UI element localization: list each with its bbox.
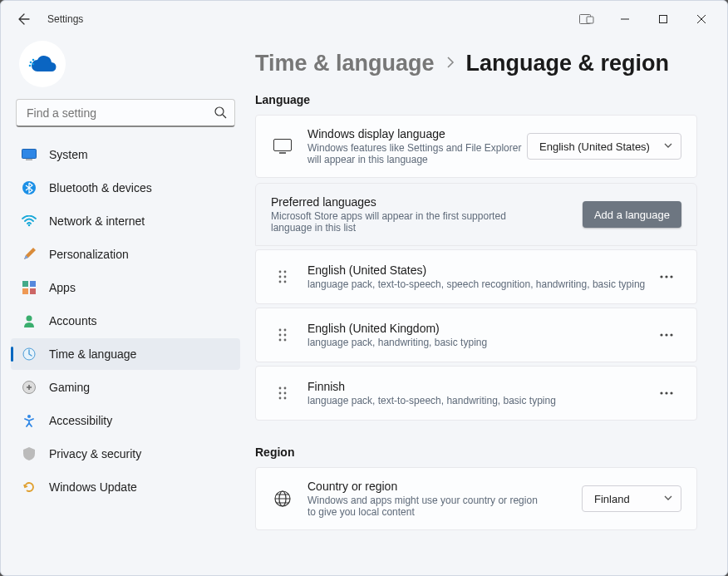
preferred-language-list: English (United States) language pack, t… — [255, 249, 697, 421]
nav-time-language[interactable]: Time & language — [11, 338, 240, 370]
svg-point-39 — [279, 387, 282, 390]
breadcrumb-parent[interactable]: Time & language — [255, 51, 435, 76]
nav-windows-update[interactable]: Windows Update — [11, 471, 240, 503]
wifi-icon — [21, 213, 37, 229]
accessibility-icon — [21, 412, 37, 429]
nav-bluetooth[interactable]: Bluetooth & devices — [11, 172, 240, 204]
minimize-button[interactable] — [606, 6, 644, 32]
chevron-right-icon — [446, 55, 455, 72]
nav-label: Gaming — [49, 381, 90, 394]
language-name: English (United Kingdom) — [307, 322, 652, 335]
breadcrumb-current: Language & region — [466, 51, 670, 76]
more-icon — [660, 275, 673, 278]
apps-icon — [21, 279, 37, 296]
clock-globe-icon — [21, 346, 37, 362]
nav-label: Time & language — [49, 347, 136, 361]
titlebar: Settings — [1, 1, 727, 37]
svg-point-3 — [32, 59, 35, 62]
svg-point-33 — [284, 334, 287, 337]
svg-point-35 — [284, 339, 287, 342]
display-language-card: Windows display language Windows feature… — [255, 115, 697, 178]
drag-handle-icon[interactable] — [271, 327, 294, 342]
nav-accounts[interactable]: Accounts — [11, 305, 240, 337]
svg-point-5 — [32, 63, 35, 66]
globe-icon — [271, 490, 294, 507]
svg-point-26 — [284, 281, 287, 283]
arrow-left-icon — [17, 12, 31, 26]
maximize-button[interactable] — [644, 6, 682, 32]
svg-point-42 — [284, 392, 287, 395]
svg-point-24 — [284, 276, 287, 278]
svg-point-27 — [660, 275, 662, 278]
add-language-button[interactable]: Add a language — [583, 201, 681, 228]
avatar — [19, 41, 66, 87]
back-button[interactable] — [7, 2, 41, 36]
svg-point-25 — [279, 281, 282, 283]
breadcrumb: Time & language Language & region — [255, 51, 697, 76]
nav-label: Apps — [49, 281, 76, 294]
drag-handle-icon[interactable] — [271, 269, 294, 284]
nav-apps[interactable]: Apps — [11, 272, 240, 303]
language-item[interactable]: English (United Kingdom) language pack, … — [255, 308, 697, 362]
gaming-icon — [21, 379, 37, 396]
svg-rect-14 — [22, 288, 28, 294]
nav-label: Bluetooth & devices — [49, 181, 152, 194]
svg-rect-20 — [274, 140, 292, 151]
section-region-label: Region — [255, 446, 697, 459]
svg-point-11 — [28, 224, 31, 227]
language-more-button[interactable] — [652, 320, 681, 350]
display-language-dropdown[interactable]: English (United States) — [527, 133, 681, 160]
svg-point-23 — [279, 276, 282, 278]
nav-label: Accounts — [49, 314, 97, 327]
language-item[interactable]: Finnish language pack, text-to-speech, h… — [255, 366, 697, 421]
nav-network[interactable]: Network & internet — [11, 205, 240, 237]
nav-label: Network & internet — [49, 214, 145, 228]
region-dropdown[interactable]: Finland — [582, 485, 681, 512]
svg-point-4 — [30, 62, 32, 64]
language-meta: language pack, text-to-speech, speech re… — [307, 278, 652, 290]
nav-privacy[interactable]: Privacy & security — [11, 438, 240, 470]
svg-rect-15 — [30, 288, 36, 294]
nav-gaming[interactable]: Gaming — [11, 372, 240, 403]
update-icon — [21, 479, 37, 495]
app-title: Settings — [47, 13, 83, 25]
preferred-sub: Microsoft Store apps will appear in the … — [271, 210, 529, 234]
more-icon — [660, 333, 673, 337]
search-input[interactable] — [16, 99, 235, 127]
section-language-label: Language — [255, 93, 697, 106]
language-item[interactable]: English (United States) language pack, t… — [255, 249, 697, 304]
svg-point-29 — [670, 275, 672, 278]
svg-point-37 — [665, 333, 667, 336]
svg-point-44 — [284, 397, 287, 400]
more-icon — [660, 391, 673, 395]
svg-point-47 — [670, 391, 672, 394]
svg-point-36 — [660, 333, 662, 336]
nav-personalization[interactable]: Personalization — [11, 239, 240, 270]
language-more-button[interactable] — [652, 378, 681, 408]
svg-point-21 — [279, 271, 282, 273]
bluetooth-icon — [21, 180, 37, 196]
close-button[interactable] — [682, 6, 721, 32]
svg-rect-2 — [660, 16, 667, 23]
close-icon — [697, 15, 706, 23]
search-container — [16, 99, 235, 127]
chevron-down-icon — [664, 492, 672, 505]
svg-point-41 — [279, 392, 282, 395]
system-icon — [21, 146, 37, 163]
svg-point-38 — [670, 333, 672, 336]
svg-rect-13 — [30, 281, 36, 287]
profile-area[interactable] — [11, 37, 240, 99]
svg-point-30 — [279, 329, 282, 332]
nav-accessibility[interactable]: Accessibility — [11, 405, 240, 436]
content-area[interactable]: Time & language Language & region Langua… — [250, 37, 727, 575]
svg-point-28 — [665, 275, 667, 278]
drag-handle-icon[interactable] — [271, 386, 294, 401]
svg-point-40 — [284, 387, 287, 390]
person-icon — [21, 313, 37, 329]
language-name: English (United States) — [307, 263, 652, 277]
language-more-button[interactable] — [652, 262, 681, 292]
svg-rect-8 — [22, 150, 37, 159]
svg-point-32 — [279, 334, 282, 337]
nav-system[interactable]: System — [11, 139, 240, 170]
svg-point-46 — [665, 391, 667, 394]
